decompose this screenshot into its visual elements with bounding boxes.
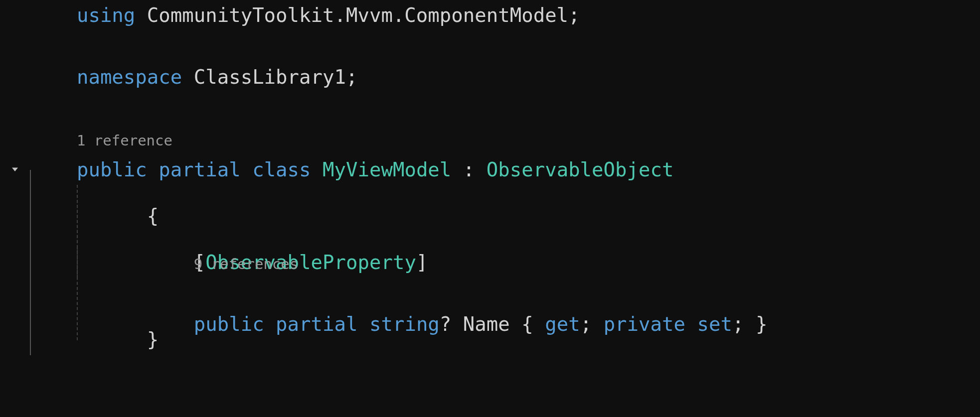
gutter: [0, 163, 30, 177]
namespace-name: ClassLibrary1: [194, 66, 346, 88]
code-line[interactable]: }: [0, 309, 980, 340]
keyword-namespace: namespace: [77, 66, 182, 88]
close-brace: }: [147, 328, 159, 351]
keyword-using: using: [77, 4, 135, 26]
code-line-blank[interactable]: [0, 93, 980, 124]
indent-guide: [30, 293, 31, 356]
code-line-blank[interactable]: [0, 31, 980, 62]
codelens-references[interactable]: 1 reference: [77, 132, 172, 151]
fold-chevron-icon[interactable]: [8, 163, 22, 177]
namespace-path: CommunityToolkit.Mvvm.ComponentModel: [147, 4, 568, 26]
semicolon: ;: [568, 4, 580, 26]
code-line[interactable]: using CommunityToolkit.Mvvm.ComponentMod…: [0, 0, 980, 31]
codelens-row: 1 reference: [0, 124, 980, 154]
semicolon: ;: [346, 66, 357, 88]
code-line[interactable]: namespace ClassLibrary1;: [0, 62, 980, 93]
code-editor[interactable]: using CommunityToolkit.Mvvm.ComponentMod…: [0, 0, 980, 340]
